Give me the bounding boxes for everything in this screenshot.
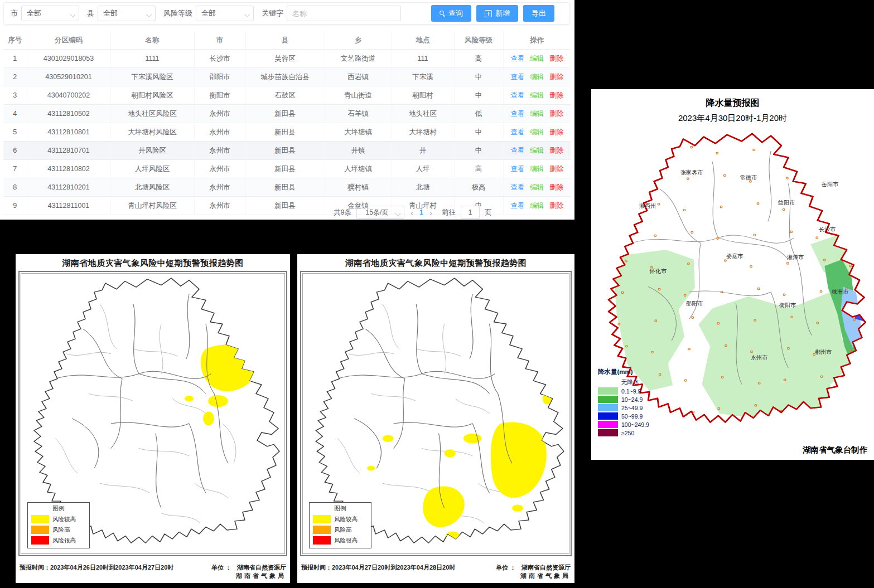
delete-link[interactable]: 删除 [549,202,563,210]
city-label: 张家界市 [680,169,703,177]
risk-area-patch [543,393,552,405]
edit-link[interactable]: 编辑 [530,110,544,118]
goto-page-input[interactable] [461,206,480,219]
risk-cell: 高 [454,50,503,68]
add-button[interactable]: 新增 [476,5,518,22]
rain-legend-item: 10~24.9 [598,396,649,403]
city-cell: 永州市 [194,197,245,215]
unit-org-1: 湖南省自然资源厅 [520,563,571,572]
risk-area-patch [367,466,375,471]
map1-title: 湖南省地质灾害气象风险中短期预警预报趋势图 [16,254,290,269]
view-link[interactable]: 查看 [510,55,524,62]
view-link[interactable]: 查看 [510,165,524,173]
county-cell: 城步苗族自治县 [245,68,325,86]
actions-cell: 查看编辑删除 [503,197,571,215]
keyword-input[interactable] [287,6,401,21]
export-button[interactable]: 导出 [523,5,554,22]
city-label: 长沙市 [819,226,836,234]
rain-legend-label: 25~49.9 [621,405,643,411]
page-size-select[interactable]: 15条/页 [356,206,404,219]
legend-label: 风险较高 [334,516,358,523]
city-label: 湘潭市 [787,254,804,261]
town-cell: 青山街道 [325,86,392,105]
legend-item: 风险很高 [31,536,86,545]
precipitation-forecast-panel: 降水量预报图 2023年4月30日20时-1月20时 张家界市常德市岳阳市湘西州… [591,89,874,460]
page-size-value: 15条/页 [366,208,389,217]
city-cell: 衡阳市 [194,86,245,105]
edit-link[interactable]: 编辑 [530,73,544,81]
view-link[interactable]: 查看 [510,91,524,99]
place-cell: 111 [392,50,454,68]
view-link[interactable]: 查看 [510,147,524,154]
delete-link[interactable]: 删除 [549,110,563,118]
name-cell: 地头社区风险区 [110,105,194,123]
delete-link[interactable]: 删除 [549,147,563,154]
city-cell: 永州市 [194,105,245,123]
place-cell: 下宋溪 [392,68,454,86]
delete-link[interactable]: 删除 [549,128,563,136]
goto-label: 前往 [442,208,456,217]
town-cell: 人坪塘镇 [325,160,392,178]
rain-legend: 降水量(mm) 无降水0.1~9.910~24.925~49.950~99.91… [598,368,649,436]
risk-area-patch [228,331,239,337]
page-suffix-label: 页 [485,208,492,217]
county-select[interactable]: 全部 [98,6,156,21]
edit-link[interactable]: 编辑 [530,183,544,191]
pagination: 共9条 15条/页 ‹ 1 › 前往 页 [334,206,491,219]
filter-bar: 市 全部 县 全部 风险等级 全部 关键字 查询 新增 导出 [3,2,570,25]
legend-swatch [31,526,49,534]
risk-zone-table-panel: 市 全部 县 全部 风险等级 全部 关键字 查询 新增 导出 [0,0,574,220]
delete-link[interactable]: 删除 [549,183,563,191]
place-cell: 人坪 [392,160,454,178]
risk-level-select[interactable]: 全部 [196,6,254,21]
rain-legend-item: ≥250 [598,429,649,436]
code-cell: 43112810801 [27,123,110,142]
rain-legend-swatch [598,404,618,411]
rain-legend-swatch [598,429,618,436]
table-row: 543112810801大坪塘村风险区永州市新田县大坪塘镇大坪塘村中查看编辑删除 [3,123,571,142]
edit-link[interactable]: 编辑 [530,165,544,173]
delete-link[interactable]: 删除 [549,55,563,62]
prev-page-button[interactable]: ‹ [409,208,414,217]
city-label: 郴州市 [815,348,832,356]
code-cell: 43040700202 [27,86,110,105]
county-cell: 新田县 [245,142,325,160]
risk-cell: 中 [454,86,503,105]
edit-link[interactable]: 编辑 [530,202,544,210]
delete-link[interactable]: 删除 [549,91,563,99]
edit-link[interactable]: 编辑 [530,55,544,62]
risk-area-patch [446,532,460,540]
edit-link[interactable]: 编辑 [530,91,544,99]
query-button-label: 查询 [448,8,463,18]
rain-legend-label: 100~249.9 [621,421,649,428]
add-button-label: 新增 [495,8,510,18]
table-row: 743112810802人坪风险区永州市新田县人坪塘镇人坪高查看编辑删除 [3,160,571,178]
city-select[interactable]: 全部 [21,6,79,21]
city-cell: 邵阳市 [194,68,245,86]
code-cell: 4301029018053 [27,50,110,68]
delete-link[interactable]: 删除 [549,165,563,173]
city-cell: 永州市 [194,160,245,178]
edit-link[interactable]: 编辑 [530,128,544,136]
unit-label: 单位 ： [211,563,231,580]
query-button[interactable]: 查询 [431,5,471,22]
current-page[interactable]: 1 [419,208,423,216]
rain-map-subtitle: 2023年4月30日20时-1月20时 [591,109,874,124]
view-link[interactable]: 查看 [510,202,524,210]
map1-legend: 图例 风险较高风险高风险很高 [27,502,90,548]
risk-area-patch [185,396,194,402]
view-link[interactable]: 查看 [510,73,524,81]
view-link[interactable]: 查看 [510,128,524,136]
view-link[interactable]: 查看 [510,183,524,191]
city-cell: 永州市 [194,123,245,142]
delete-link[interactable]: 删除 [549,73,563,81]
no-cell: 6 [3,142,27,160]
unit-org-2: 湖南省气象局 [520,572,571,580]
next-page-button[interactable]: › [428,208,433,217]
column-header: 操作 [503,31,571,50]
risk-area-patch [203,411,214,425]
pagination-total: 共9条 [334,208,351,217]
view-link[interactable]: 查看 [510,110,524,118]
legend-swatch [313,526,331,534]
edit-link[interactable]: 编辑 [530,147,544,154]
